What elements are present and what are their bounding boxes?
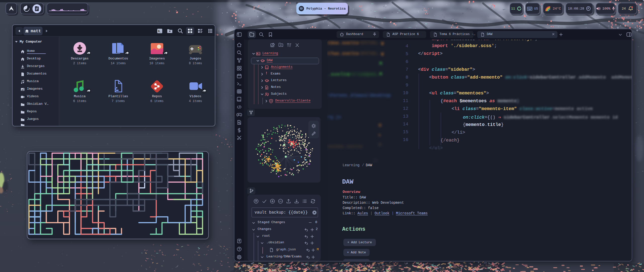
svg-text:$_: $_ xyxy=(158,30,162,33)
